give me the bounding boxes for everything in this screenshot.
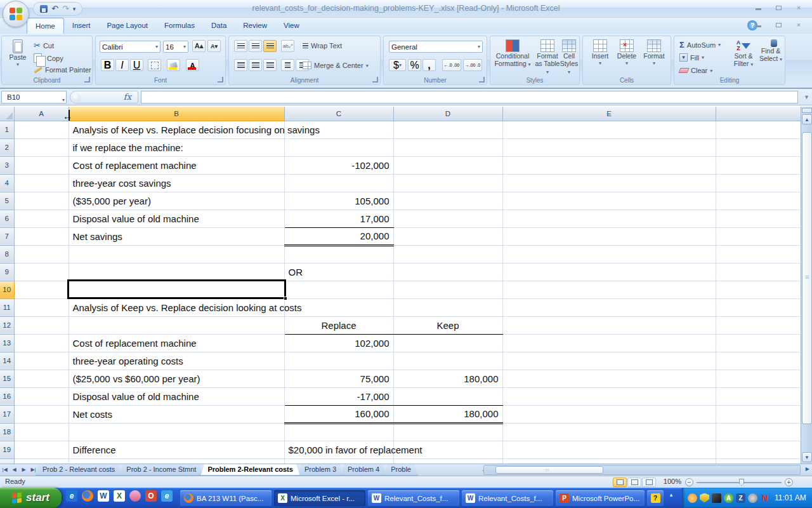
- cell[interactable]: [716, 138, 801, 156]
- number-dialog-launcher-icon[interactable]: [479, 77, 485, 83]
- decrease-indent-button[interactable]: [281, 59, 294, 71]
- tab-home[interactable]: Home: [27, 18, 64, 34]
- italic-button[interactable]: I: [115, 59, 129, 71]
- row-header-10[interactable]: 10: [0, 281, 14, 298]
- orientation-button[interactable]: ab⤢: [281, 40, 294, 52]
- prev-sheet-button[interactable]: ◀: [10, 464, 19, 476]
- sheet-tab-problem3[interactable]: Problem 3: [298, 464, 343, 476]
- word-icon[interactable]: W: [98, 490, 109, 502]
- antivirus-tray-icon[interactable]: A: [724, 493, 733, 503]
- cell-styles-button[interactable]: Cell Styles ▾: [559, 39, 579, 76]
- fx-icon[interactable]: fx: [124, 92, 131, 102]
- paste-button[interactable]: Paste ▾: [6, 39, 30, 69]
- fill-handle[interactable]: [284, 297, 287, 300]
- tab-review[interactable]: Review: [235, 18, 275, 33]
- delete-cells-button[interactable]: × Delete ▾: [615, 39, 639, 67]
- cell-B4[interactable]: three-year cost savings: [69, 174, 284, 192]
- row-header[interactable]: 4: [0, 174, 14, 192]
- cell[interactable]: [716, 334, 801, 352]
- cell[interactable]: [502, 210, 716, 227]
- volume-tray-icon[interactable]: [748, 493, 757, 503]
- cell[interactable]: [393, 334, 502, 352]
- taskbar-button-firefox[interactable]: BA 213 W11 (Pasc...: [180, 490, 272, 506]
- cell[interactable]: [14, 370, 69, 387]
- cell[interactable]: [284, 174, 393, 192]
- column-header-A[interactable]: A: [14, 107, 69, 121]
- cell-D16[interactable]: [393, 387, 502, 405]
- cell-C3[interactable]: -102,000: [284, 156, 393, 174]
- chevron-down-icon[interactable]: ▾: [478, 44, 480, 50]
- horizontal-scroll-thumb[interactable]: [495, 466, 603, 474]
- cell[interactable]: [502, 441, 716, 458]
- zotero-tray-icon[interactable]: Z: [736, 493, 745, 503]
- cell[interactable]: [502, 192, 716, 210]
- row-header[interactable]: 5: [0, 192, 14, 210]
- cell[interactable]: [716, 210, 801, 227]
- page-layout-view-button[interactable]: [627, 478, 641, 487]
- restore-icon[interactable]: [770, 4, 787, 13]
- cell[interactable]: [284, 352, 393, 370]
- vertical-split-handle[interactable]: [802, 108, 812, 113]
- cell[interactable]: [69, 423, 284, 441]
- start-button[interactable]: start: [0, 488, 62, 508]
- tab-page-layout[interactable]: Page Layout: [98, 18, 156, 33]
- vertical-scroll-thumb[interactable]: [802, 132, 812, 424]
- cell[interactable]: [502, 334, 716, 352]
- cell[interactable]: [14, 192, 69, 210]
- cell-B6[interactable]: Disposal value of old machine: [69, 210, 284, 227]
- row-header[interactable]: 20: [0, 458, 14, 464]
- cell[interactable]: [502, 263, 716, 281]
- redo-icon[interactable]: ↷: [62, 3, 69, 15]
- cell-C12[interactable]: Replace: [284, 316, 393, 334]
- cell-C19[interactable]: $20,000 in favor of replacement: [284, 441, 393, 458]
- cell[interactable]: [69, 263, 284, 281]
- cell[interactable]: [716, 370, 801, 387]
- cell[interactable]: [716, 298, 801, 316]
- cell[interactable]: [284, 138, 393, 156]
- shrink-font-button[interactable]: A▾: [207, 40, 221, 52]
- cell[interactable]: [14, 156, 69, 174]
- row-header[interactable]: 2: [0, 138, 14, 156]
- undo-icon[interactable]: ↶: [51, 3, 58, 15]
- sheet-tab-problem4[interactable]: Problem 4: [341, 464, 386, 476]
- cell[interactable]: [502, 138, 716, 156]
- row-header[interactable]: 15: [0, 370, 14, 387]
- cell[interactable]: [14, 387, 69, 405]
- cell-C6[interactable]: 17,000: [284, 210, 393, 227]
- cell-C9[interactable]: OR: [284, 263, 393, 281]
- cell[interactable]: [393, 423, 502, 441]
- pen-tray-icon[interactable]: [712, 493, 721, 503]
- chevron-down-icon[interactable]: ▾: [155, 44, 158, 50]
- cell[interactable]: [502, 245, 716, 263]
- conditional-formatting-button[interactable]: Conditional Formatting ▾: [492, 39, 533, 69]
- bold-button[interactable]: B: [101, 59, 114, 71]
- decrease-decimal-button[interactable]: →.00 .0: [463, 59, 482, 71]
- cell-B17[interactable]: Net costs: [69, 405, 284, 423]
- browser-icon[interactable]: e: [161, 490, 173, 502]
- cell[interactable]: [284, 281, 393, 298]
- row-header[interactable]: 11: [0, 298, 14, 316]
- sheet-tab-prob2-relevant[interactable]: Prob 2 - Relevant costs: [36, 464, 122, 476]
- normal-view-button[interactable]: [613, 478, 627, 487]
- cell[interactable]: [716, 352, 801, 370]
- chevron-down-icon[interactable]: ▾: [183, 44, 186, 50]
- cell[interactable]: [716, 245, 801, 263]
- cell[interactable]: [14, 210, 69, 227]
- cell[interactable]: [716, 156, 801, 174]
- cell[interactable]: [14, 121, 69, 138]
- cell-C13[interactable]: 102,000: [284, 334, 393, 352]
- cell[interactable]: [716, 174, 801, 192]
- active-cell-border[interactable]: [67, 279, 286, 299]
- cut-button[interactable]: ✂ Cut: [34, 41, 54, 50]
- firefox-icon[interactable]: [82, 490, 93, 502]
- cell[interactable]: [284, 245, 393, 263]
- cell[interactable]: [393, 210, 502, 227]
- cell-D15[interactable]: 180,000: [393, 370, 502, 387]
- tab-view[interactable]: View: [275, 18, 308, 33]
- outlook-icon[interactable]: O: [145, 490, 157, 502]
- fill-color-button[interactable]: [167, 59, 180, 71]
- cell[interactable]: [14, 405, 69, 423]
- comma-style-button[interactable]: ,: [422, 59, 436, 71]
- format-cells-button[interactable]: Format ▾: [641, 39, 667, 67]
- cell[interactable]: [14, 281, 69, 298]
